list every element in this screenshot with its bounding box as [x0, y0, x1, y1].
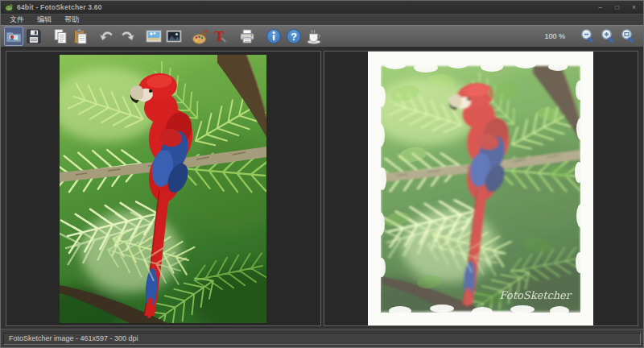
copy-icon: [52, 27, 69, 45]
paste-button[interactable]: [71, 27, 90, 46]
zoom-out-button[interactable]: [578, 27, 597, 46]
print-button[interactable]: [237, 27, 257, 46]
paste-icon: [72, 27, 89, 45]
coffee-donate-button[interactable]: [304, 27, 324, 46]
zoom-level-label: 100 %: [544, 32, 565, 40]
save-image-button[interactable]: [24, 27, 43, 46]
original-image-panel: [6, 51, 321, 326]
printer-icon: [238, 27, 256, 45]
question-icon: ?: [285, 27, 303, 45]
redo-icon: [118, 27, 136, 45]
info-icon: [265, 27, 283, 45]
painted-image-panel: FotoSketcher: [324, 51, 639, 326]
add-text-button[interactable]: T: [211, 27, 230, 46]
open-image-icon: [5, 27, 23, 45]
undo-icon: [98, 27, 116, 45]
drawing-parameters-button[interactable]: [164, 27, 184, 46]
menu-file[interactable]: 文件: [3, 14, 31, 25]
help-button[interactable]: ?: [284, 27, 303, 46]
painting-effects-button[interactable]: [191, 27, 210, 46]
menu-edit[interactable]: 编辑: [31, 14, 58, 25]
main-area: FotoSketcher: [1, 48, 643, 329]
palette-icon: [192, 27, 209, 45]
about-button[interactable]: [264, 27, 283, 46]
status-bar: FotoSketcher image - 461x597 - 300 dpi: [1, 329, 643, 347]
status-field: FotoSketcher image - 461x597 - 300 dpi: [3, 333, 641, 345]
status-text: FotoSketcher image - 461x597 - 300 dpi: [9, 334, 138, 342]
title-bar: 64bit - FotoSketcher 3.60 – □ ×: [1, 1, 643, 14]
zoom-in-icon: [599, 27, 617, 45]
app-icon: [5, 3, 14, 12]
dark-picture-icon: [165, 27, 183, 45]
zoom-in-button[interactable]: [598, 27, 617, 46]
minimize-button[interactable]: –: [595, 3, 605, 11]
svg-text:?: ?: [291, 31, 297, 43]
redo-button[interactable]: [118, 27, 137, 46]
coffee-cup-icon: [305, 27, 323, 45]
undo-button[interactable]: [97, 27, 117, 46]
copy-button[interactable]: [51, 27, 70, 46]
toolbar: T ?: [1, 25, 643, 48]
original-image: [60, 55, 266, 323]
text-icon: T: [212, 27, 229, 45]
photo-icon: [145, 27, 163, 45]
window-title: 64bit - FotoSketcher 3.60: [17, 3, 102, 11]
zoom-fit-icon: [619, 27, 637, 45]
view-original-button[interactable]: [144, 27, 163, 46]
painted-image: FotoSketcher: [368, 52, 593, 325]
save-icon: [25, 27, 43, 45]
close-button[interactable]: ×: [629, 3, 639, 11]
svg-text:T: T: [214, 28, 225, 44]
menu-bar: 文件 编辑 帮助: [1, 14, 643, 25]
zoom-fit-button[interactable]: [618, 27, 638, 46]
app-window: 64bit - FotoSketcher 3.60 – □ × 文件 编辑 帮助: [0, 0, 644, 348]
menu-help[interactable]: 帮助: [58, 14, 85, 25]
open-image-button[interactable]: [4, 27, 23, 46]
maximize-button[interactable]: □: [612, 3, 622, 11]
zoom-out-icon: [579, 27, 597, 45]
painting-signature: FotoSketcher: [500, 289, 572, 301]
